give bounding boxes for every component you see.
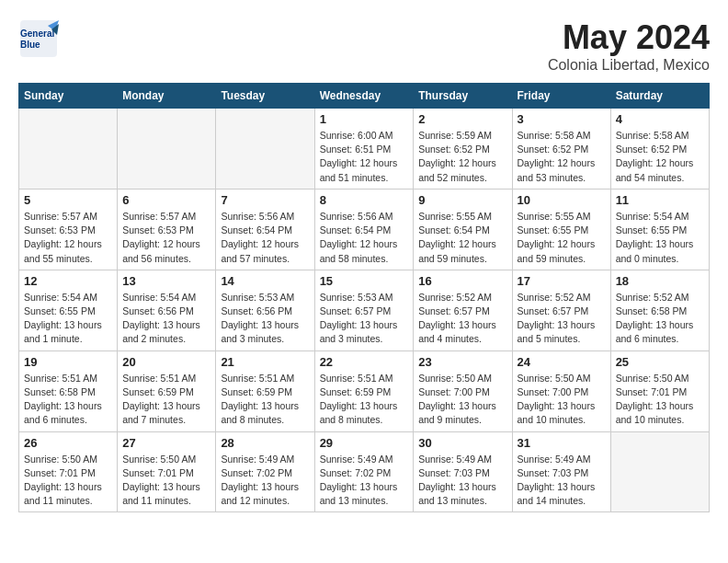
day-number: 21 <box>221 355 309 369</box>
day-info: Sunrise: 5:51 AM Sunset: 6:59 PM Dayligh… <box>320 372 409 428</box>
day-number: 7 <box>221 193 309 207</box>
calendar-week-3: 12Sunrise: 5:54 AM Sunset: 6:55 PM Dayli… <box>19 270 710 350</box>
page-header: General Blue May 2024 Colonia Libertad, … <box>18 18 710 74</box>
day-info: Sunrise: 5:59 AM Sunset: 6:52 PM Dayligh… <box>418 129 506 185</box>
calendar-day-3: 3Sunrise: 5:58 AM Sunset: 6:52 PM Daylig… <box>512 109 610 190</box>
calendar-week-1: 1Sunrise: 6:00 AM Sunset: 6:51 PM Daylig… <box>19 109 710 190</box>
day-number: 30 <box>418 436 506 450</box>
day-number: 17 <box>518 274 606 288</box>
day-number: 11 <box>616 193 704 207</box>
calendar-day-13: 13Sunrise: 5:54 AM Sunset: 6:56 PM Dayli… <box>118 270 216 350</box>
day-info: Sunrise: 5:49 AM Sunset: 7:02 PM Dayligh… <box>221 453 309 509</box>
day-info: Sunrise: 5:54 AM Sunset: 6:56 PM Dayligh… <box>122 291 210 347</box>
weekday-header-wednesday: Wednesday <box>314 84 414 109</box>
day-number: 24 <box>518 355 606 369</box>
day-number: 1 <box>320 112 409 126</box>
calendar-day-27: 27Sunrise: 5:50 AM Sunset: 7:01 PM Dayli… <box>118 431 216 512</box>
day-number: 31 <box>518 436 606 450</box>
day-number: 20 <box>122 355 210 369</box>
day-number: 23 <box>418 355 506 369</box>
calendar-day-17: 17Sunrise: 5:52 AM Sunset: 6:57 PM Dayli… <box>512 270 610 350</box>
day-number: 15 <box>320 274 409 288</box>
calendar-week-5: 26Sunrise: 5:50 AM Sunset: 7:01 PM Dayli… <box>19 431 710 512</box>
day-info: Sunrise: 5:52 AM Sunset: 6:57 PM Dayligh… <box>518 291 606 347</box>
day-number: 2 <box>418 112 506 126</box>
day-number: 22 <box>320 355 409 369</box>
day-info: Sunrise: 5:57 AM Sunset: 6:53 PM Dayligh… <box>24 210 112 266</box>
calendar-day-22: 22Sunrise: 5:51 AM Sunset: 6:59 PM Dayli… <box>314 350 414 431</box>
day-info: Sunrise: 5:58 AM Sunset: 6:52 PM Dayligh… <box>518 129 606 185</box>
day-number: 29 <box>320 436 409 450</box>
calendar-day-20: 20Sunrise: 5:51 AM Sunset: 6:59 PM Dayli… <box>118 350 216 431</box>
day-number: 13 <box>122 274 210 288</box>
day-number: 19 <box>24 355 112 369</box>
weekday-header-sunday: Sunday <box>19 84 118 109</box>
weekday-header-saturday: Saturday <box>610 84 709 109</box>
weekday-header-thursday: Thursday <box>414 84 512 109</box>
calendar-day-25: 25Sunrise: 5:50 AM Sunset: 7:01 PM Dayli… <box>610 350 709 431</box>
day-info: Sunrise: 5:53 AM Sunset: 6:56 PM Dayligh… <box>221 291 309 347</box>
day-info: Sunrise: 5:54 AM Sunset: 6:55 PM Dayligh… <box>24 291 112 347</box>
day-info: Sunrise: 5:52 AM Sunset: 6:57 PM Dayligh… <box>418 291 506 347</box>
day-info: Sunrise: 5:56 AM Sunset: 6:54 PM Dayligh… <box>320 210 409 266</box>
day-info: Sunrise: 5:49 AM Sunset: 7:03 PM Dayligh… <box>418 453 506 509</box>
calendar-day-16: 16Sunrise: 5:52 AM Sunset: 6:57 PM Dayli… <box>414 270 512 350</box>
day-number: 16 <box>418 274 506 288</box>
day-info: Sunrise: 6:00 AM Sunset: 6:51 PM Dayligh… <box>320 129 409 185</box>
day-info: Sunrise: 5:50 AM Sunset: 7:00 PM Dayligh… <box>418 372 506 428</box>
calendar-day-empty <box>118 109 216 190</box>
calendar-day-10: 10Sunrise: 5:55 AM Sunset: 6:55 PM Dayli… <box>512 189 610 270</box>
logo-icon: General Blue <box>18 18 59 59</box>
day-info: Sunrise: 5:50 AM Sunset: 7:01 PM Dayligh… <box>24 453 112 509</box>
logo: General Blue <box>18 18 59 59</box>
calendar-day-12: 12Sunrise: 5:54 AM Sunset: 6:55 PM Dayli… <box>19 270 118 350</box>
day-info: Sunrise: 5:57 AM Sunset: 6:53 PM Dayligh… <box>122 210 210 266</box>
day-info: Sunrise: 5:53 AM Sunset: 6:57 PM Dayligh… <box>320 291 409 347</box>
day-info: Sunrise: 5:50 AM Sunset: 7:01 PM Dayligh… <box>616 372 704 428</box>
calendar-table: SundayMondayTuesdayWednesdayThursdayFrid… <box>18 83 710 512</box>
day-number: 28 <box>221 436 309 450</box>
month-title: May 2024 <box>548 18 710 57</box>
day-number: 18 <box>616 274 704 288</box>
day-info: Sunrise: 5:54 AM Sunset: 6:55 PM Dayligh… <box>616 210 704 266</box>
calendar-day-7: 7Sunrise: 5:56 AM Sunset: 6:54 PM Daylig… <box>216 189 314 270</box>
day-info: Sunrise: 5:58 AM Sunset: 6:52 PM Dayligh… <box>616 129 704 185</box>
title-block: May 2024 Colonia Libertad, Mexico <box>548 18 710 74</box>
day-info: Sunrise: 5:49 AM Sunset: 7:03 PM Dayligh… <box>518 453 606 509</box>
weekday-header-row: SundayMondayTuesdayWednesdayThursdayFrid… <box>19 84 710 109</box>
calendar-day-19: 19Sunrise: 5:51 AM Sunset: 6:58 PM Dayli… <box>19 350 118 431</box>
day-number: 12 <box>24 274 112 288</box>
calendar-day-1: 1Sunrise: 6:00 AM Sunset: 6:51 PM Daylig… <box>314 109 414 190</box>
calendar-day-empty <box>19 109 118 190</box>
weekday-header-tuesday: Tuesday <box>216 84 314 109</box>
calendar-day-8: 8Sunrise: 5:56 AM Sunset: 6:54 PM Daylig… <box>314 189 414 270</box>
calendar-day-21: 21Sunrise: 5:51 AM Sunset: 6:59 PM Dayli… <box>216 350 314 431</box>
calendar-day-6: 6Sunrise: 5:57 AM Sunset: 6:53 PM Daylig… <box>118 189 216 270</box>
day-number: 9 <box>418 193 506 207</box>
weekday-header-friday: Friday <box>512 84 610 109</box>
calendar-day-2: 2Sunrise: 5:59 AM Sunset: 6:52 PM Daylig… <box>414 109 512 190</box>
calendar-day-5: 5Sunrise: 5:57 AM Sunset: 6:53 PM Daylig… <box>19 189 118 270</box>
calendar-day-4: 4Sunrise: 5:58 AM Sunset: 6:52 PM Daylig… <box>610 109 709 190</box>
day-number: 8 <box>320 193 409 207</box>
day-number: 26 <box>24 436 112 450</box>
day-number: 25 <box>616 355 704 369</box>
svg-text:Blue: Blue <box>20 40 40 50</box>
calendar-day-29: 29Sunrise: 5:49 AM Sunset: 7:02 PM Dayli… <box>314 431 414 512</box>
calendar-day-28: 28Sunrise: 5:49 AM Sunset: 7:02 PM Dayli… <box>216 431 314 512</box>
location-title: Colonia Libertad, Mexico <box>548 57 710 74</box>
day-info: Sunrise: 5:50 AM Sunset: 7:01 PM Dayligh… <box>122 453 210 509</box>
calendar-day-18: 18Sunrise: 5:52 AM Sunset: 6:58 PM Dayli… <box>610 270 709 350</box>
day-info: Sunrise: 5:52 AM Sunset: 6:58 PM Dayligh… <box>616 291 704 347</box>
calendar-day-24: 24Sunrise: 5:50 AM Sunset: 7:00 PM Dayli… <box>512 350 610 431</box>
calendar-day-9: 9Sunrise: 5:55 AM Sunset: 6:54 PM Daylig… <box>414 189 512 270</box>
day-number: 3 <box>518 112 606 126</box>
calendar-day-14: 14Sunrise: 5:53 AM Sunset: 6:56 PM Dayli… <box>216 270 314 350</box>
day-info: Sunrise: 5:51 AM Sunset: 6:58 PM Dayligh… <box>24 372 112 428</box>
day-number: 10 <box>518 193 606 207</box>
calendar-day-empty <box>610 431 709 512</box>
calendar-day-30: 30Sunrise: 5:49 AM Sunset: 7:03 PM Dayli… <box>414 431 512 512</box>
day-info: Sunrise: 5:50 AM Sunset: 7:00 PM Dayligh… <box>518 372 606 428</box>
calendar-day-11: 11Sunrise: 5:54 AM Sunset: 6:55 PM Dayli… <box>610 189 709 270</box>
day-info: Sunrise: 5:55 AM Sunset: 6:54 PM Dayligh… <box>418 210 506 266</box>
